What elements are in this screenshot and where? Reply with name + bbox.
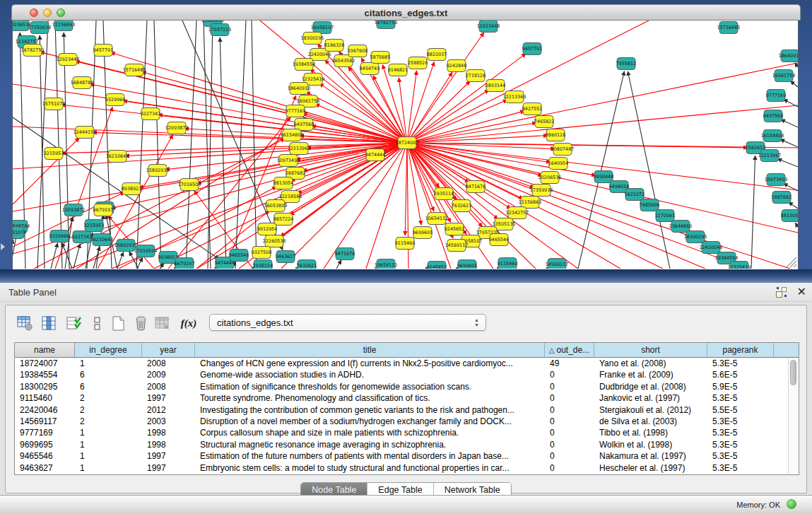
graph-node[interactable]: 2935114 [253,260,273,269]
graph-node[interactable]: 16154808 [761,130,784,142]
graph-node[interactable]: 16958107 [311,22,334,34]
graph-node[interactable]: 11156863 [519,197,542,209]
network-window-titlebar[interactable]: citations_edges.txt [11,4,801,21]
graph-node[interactable]: 16961758 [772,70,796,82]
graph-node[interactable]: 11156863 [52,21,76,31]
graph-node[interactable]: 10654112 [425,213,449,225]
graph-node[interactable]: 6497568 [763,110,783,122]
graph-node[interactable]: 9465546 [229,250,249,262]
table-settings-icon[interactable] [16,314,34,332]
graph-node[interactable]: 1170061 [655,210,675,222]
graph-node[interactable]: 12325419 [728,262,751,269]
citation-graph[interactable]: 2020653617359938111568631234275713505135… [13,21,798,269]
graph-node[interactable]: 8857224 [273,214,293,226]
graph-node[interactable]: 18640910 [779,50,798,62]
graph-node[interactable]: 9699695 [457,260,477,269]
graph-node[interactable]: 2718126 [466,70,486,82]
graph-node[interactable]: 16210643 [90,234,114,246]
table-row[interactable]: 1872400712008Changes of HCN gene express… [15,358,788,369]
column-header-short[interactable]: short [594,343,707,358]
network-canvas[interactable]: 2020653617359938111568631234275713505135… [12,21,799,270]
graph-node[interactable]: 9115460 [498,258,517,269]
graph-node[interactable]: 12444150 [73,127,97,139]
graph-node[interactable]: 2803144 [486,80,505,92]
graph-node[interactable]: 10973493 [765,174,788,186]
graph-node[interactable]: 9146821 [388,64,408,76]
graph-node[interactable]: 22420046 [700,242,723,254]
graph-node[interactable]: 9242848 [447,60,466,72]
function-builder-icon[interactable]: f(x) [180,314,198,332]
table-row[interactable]: 911546021997Tourette syndrome. Phenomeno… [15,392,788,404]
graph-node[interactable]: 12213967 [288,143,311,155]
graph-node[interactable]: 2967608 [348,45,367,57]
graph-node[interactable]: 3215953 [44,148,64,160]
graph-node[interactable]: 20206536 [539,172,562,184]
table-scrollbar[interactable] [788,358,798,474]
column-header-name[interactable]: name [15,343,75,358]
graph-node[interactable]: 6497568 [294,119,314,131]
graph-node[interactable]: 18640910 [288,83,311,95]
graph-node[interactable]: 9912954 [257,223,277,235]
graph-node[interactable]: 9777169 [286,105,305,117]
column-header-title[interactable]: title [195,343,545,358]
graph-node[interactable]: 9777169 [766,90,786,102]
close-panel-icon[interactable]: ✕ [797,285,806,298]
table-row[interactable]: 1938455462009Genome-wide association stu… [15,369,788,380]
graph-node[interactable]: 17359938 [28,22,52,34]
graph-node[interactable]: 12093872 [62,204,86,216]
graph-node[interactable]: 7485006 [640,199,659,211]
graph-node[interactable]: 8454749 [360,63,379,75]
rows-icon[interactable] [88,314,106,332]
graph-node[interactable]: 8471676 [466,181,486,193]
table-row[interactable]: 969969511998Structural magnetic resonanc… [15,439,788,450]
graph-node[interactable]: 17359938 [530,185,553,197]
graph-node[interactable]: 10973493 [277,155,300,167]
table-row[interactable]: 1830029562008Estimation of significance … [15,381,788,392]
graph-node[interactable]: 6679197 [93,204,113,216]
graph-node[interactable]: 2588520 [408,57,428,69]
graph-node[interactable]: 16782759 [375,21,398,29]
graph-node[interactable]: 9245652 [427,262,447,269]
graph-node[interactable]: 15716485 [717,22,741,34]
graph-node[interactable]: 9463627 [276,251,295,263]
graph-node[interactable]: 15751074 [42,98,66,110]
graph-node[interactable]: 15716485 [123,64,146,76]
graph-node[interactable]: 17016504 [134,245,158,257]
graph-node[interactable]: 18724007 [396,137,419,149]
graph-node[interactable]: 9245652 [445,223,464,235]
table-row[interactable]: 1456911722003Disruption of a novel membe… [15,416,788,427]
graph-node[interactable]: 17016504 [178,179,201,191]
network-table-selector[interactable]: citations_edges.txt ▲▼ [209,314,486,331]
graph-node[interactable]: 9474444 [365,149,385,161]
graph-node[interactable]: 8822037 [427,49,447,61]
graph-node[interactable]: 8813054 [273,177,293,189]
graph-node[interactable]: 9699695 [413,227,433,239]
graph-node[interactable]: 16053809 [264,200,288,212]
graph-node[interactable]: 12093872 [165,122,189,134]
graph-node[interactable]: 6679197 [175,258,194,269]
graph-node[interactable]: 9329966 [49,230,69,243]
panel-splitter-handle[interactable] [1,243,5,250]
table-import-checks-icon[interactable] [65,314,83,332]
graph-node[interactable]: 16210643 [106,151,129,163]
graph-node[interactable]: 16848784 [71,77,94,89]
graph-node[interactable]: 12923448 [57,54,80,66]
graph-node[interactable]: 9457791 [522,43,542,55]
column-header-year[interactable]: year [142,343,195,358]
graph-node[interactable]: 17957223 [208,24,232,36]
delete-table-icon[interactable] [153,314,171,332]
graph-node[interactable]: 7632621 [297,260,317,269]
graph-node[interactable]: 10807487 [551,144,575,156]
table-row[interactable]: 946554611997Estimation of the future num… [15,450,788,462]
graph-node[interactable]: 9227342 [141,108,160,120]
column-header-in_degree[interactable]: in_degree [75,343,142,358]
graph-node[interactable]: 23644860 [669,221,693,233]
table-row[interactable]: 977716911998Corpus callosum shape and si… [15,427,788,438]
graph-node[interactable]: 9465546 [489,234,509,246]
graph-node[interactable]: 14569117 [546,259,569,269]
column-header-out_de[interactable]: △out_de... [545,343,594,358]
graph-node[interactable]: 9115460 [395,238,415,250]
graph-node[interactable]: 2887682 [772,192,792,204]
graph-node[interactable]: 18300295 [684,231,707,243]
table-row[interactable]: 946362711997Embryonic stem cells: a mode… [15,462,788,474]
